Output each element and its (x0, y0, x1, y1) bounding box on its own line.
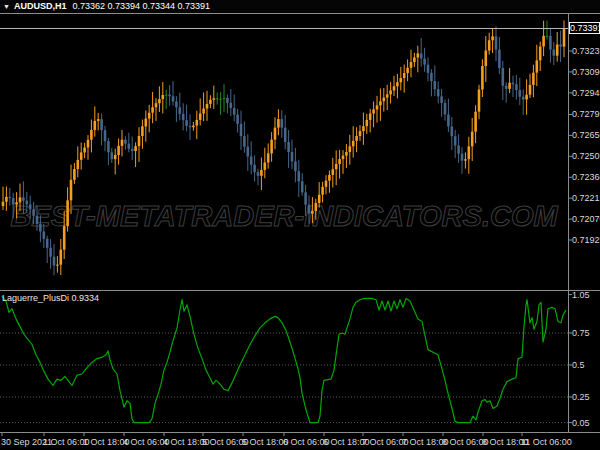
mt4-chart-window: ▼AUDUSD,H10.73362 0.73394 0.73344 0.7339… (0, 0, 600, 450)
chart-canvas[interactable] (0, 0, 600, 450)
current-price-box: 0.73391 (569, 22, 600, 34)
indicator-title: Laguerre_PlusDi 0.9334 (2, 293, 99, 303)
